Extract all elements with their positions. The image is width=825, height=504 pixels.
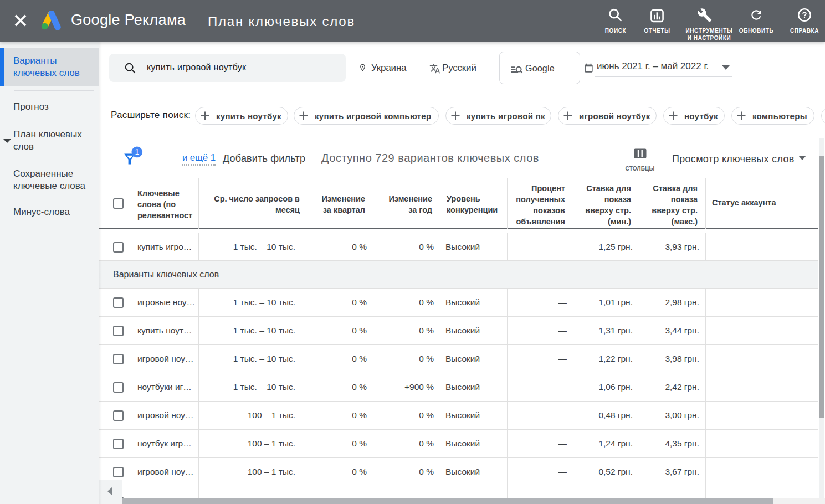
svg-text:1: 1 — [135, 147, 139, 156]
